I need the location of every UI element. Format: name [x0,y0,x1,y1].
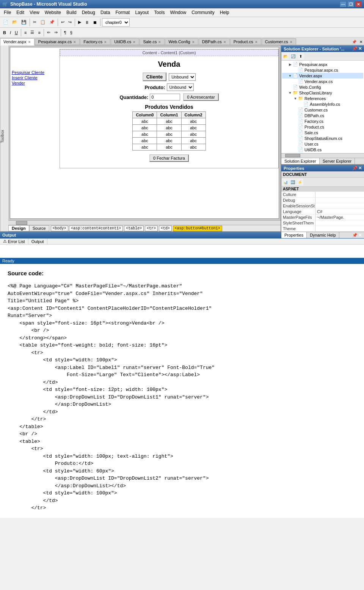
close-button[interactable]: ✕ [355,1,362,7]
tab-product[interactable]: Product.cs✕ [230,38,261,45]
fechar-btn[interactable]: 0 Fechar Factura [149,154,189,162]
align-center-btn[interactable]: ☰ [29,29,36,36]
new-btn[interactable]: 📄 [2,19,10,25]
link-inserir[interactable]: Inserir Cliente [12,75,44,80]
prop-events[interactable]: ⚡ [297,179,303,185]
tree-item[interactable]: 📄 Web.Config [282,84,363,90]
align-left-btn[interactable]: ≡ [23,30,28,36]
solution-tab[interactable]: Solution Explorer [281,158,320,164]
indent-btn[interactable]: ⇒ [53,29,59,36]
quantidade-input[interactable] [150,94,180,100]
se-scrollthumb[interactable] [285,154,300,157]
toolbox-panel[interactable]: Toolbox [0,46,8,231]
bold-btn[interactable]: B [2,30,8,36]
minimize-button[interactable]: — [340,1,347,7]
stop-btn[interactable]: ⏹ [91,19,99,25]
tab-webconfig[interactable]: Web.Config✕ [165,38,198,45]
tree-item[interactable]: 📄 AssemblyInfo.cs [282,101,363,107]
menu-help[interactable]: Help [218,9,232,16]
menu-format[interactable]: Format [113,9,132,16]
tab-pesquisar[interactable]: Pesquisar.aspx.cs✕ [35,38,80,45]
menu-debug[interactable]: Debug [80,9,97,16]
pause-btn[interactable]: ⏸ [83,19,91,25]
output-close-icon[interactable]: ✕ [358,233,362,238]
prop-sort-az[interactable]: 🔤 [289,179,296,185]
tree-item[interactable]: 📄 User.cs [282,141,363,147]
tree-item[interactable]: 📄 Customer.cs [282,107,363,113]
open-btn[interactable]: 📂 [11,19,19,25]
tab-vender[interactable]: Vender.aspx✕ [0,38,35,46]
menu-window[interactable]: Window [168,9,188,16]
menu-community[interactable]: Community [189,9,217,16]
se-btn1[interactable]: 📂 [282,53,289,60]
menu-layout[interactable]: Layout [133,9,151,16]
tree-item[interactable]: ▼ 📁 References [282,96,363,101]
tree-item[interactable]: ▶ 📄 Pesquisar.aspx [282,61,363,67]
restore-button[interactable]: ❐ [347,1,354,7]
tag-button[interactable]: <asp:button#button1> [173,226,222,231]
redo-btn[interactable]: ↪ [67,19,73,25]
tab-dbpath[interactable]: DBPath.cs✕ [199,38,230,45]
server-tab[interactable]: Server Explorer [320,158,355,164]
cut-btn[interactable]: ✂ [31,19,38,25]
tab-close-all[interactable]: ✕ [358,39,364,45]
error-list-tab[interactable]: ⚠ Error List [0,239,28,244]
menu-data[interactable]: Data [98,9,112,16]
se-btn3[interactable]: ⬆ [297,53,304,60]
tag-content[interactable]: <asp:content#content1> [69,226,123,231]
prop-sort-cat[interactable]: 📊 [282,179,289,185]
tab-utildb[interactable]: UtilDB.cs✕ [111,38,139,45]
align-right-btn[interactable]: ≡ [36,30,42,36]
properties-tab[interactable]: Properties [281,232,307,238]
outdent-btn[interactable]: ⇐ [46,29,52,36]
tree-item[interactable]: 📄 Sale.cs [282,130,363,135]
tree-item[interactable]: 📄 ShopStatusEnum.cs [282,135,363,141]
se-close-icon[interactable]: ✕ [358,46,362,51]
tab-factory[interactable]: Factory.cs✕ [80,38,110,45]
prop-close-icon[interactable]: ✕ [358,166,362,171]
underline-btn[interactable]: U [13,30,19,36]
tree-item[interactable]: 📄 DBPath.cs [282,113,363,118]
menu-tools[interactable]: Tools [152,9,167,16]
link-vender[interactable]: Vender [12,81,44,85]
se-pin-icon[interactable]: 📌 [352,46,358,51]
produto-dropdown[interactable]: Unbound [167,83,194,91]
tree-item[interactable]: 📄 Pesquisar.aspx.cs [282,67,363,73]
tab-pin[interactable]: 📌 [350,39,358,45]
se-btn2[interactable]: 🔄 [290,53,297,60]
chapter-dropdown[interactable]: chapter0 [102,18,130,27]
cliente-btn[interactable]: Cliente [143,72,166,81]
link-pesquisar[interactable]: Pesquisar Cliente [12,70,44,75]
tree-item[interactable]: ▼ 📄 Vender.aspx [282,73,363,78]
menu-website[interactable]: Website [42,9,63,16]
run-btn[interactable]: ▶ [77,19,83,25]
tag-td[interactable]: <td> [159,226,172,231]
menu-edit[interactable]: Edit [14,9,27,16]
tree-item[interactable]: 📄 Product.cs [282,124,363,130]
tree-item[interactable]: 📄 Vender.aspx.cs [282,78,363,84]
dynamic-help-tab[interactable]: Dynamic Help [307,232,339,238]
acresecantar-btn[interactable]: 0 Acresecantar [183,93,218,101]
tag-body[interactable]: <body> [51,226,68,231]
menu-view[interactable]: View [27,9,42,16]
prop-pin-icon[interactable]: 📌 [352,166,358,171]
misc-btn2[interactable]: § [69,30,74,36]
paste-btn[interactable]: 📌 [48,19,56,25]
copy-btn[interactable]: 📋 [39,19,47,25]
se-hscroll[interactable] [281,153,364,158]
tree-item[interactable]: 📄 Factory.cs [282,118,363,124]
tab-sale[interactable]: Sale.cs✕ [140,38,165,45]
menu-file[interactable]: File [2,9,13,16]
save-btn[interactable]: 💾 [20,19,28,25]
menu-build[interactable]: Build [64,9,79,16]
tag-tr[interactable]: <tr> [145,226,158,231]
tree-item[interactable]: 📄 UtilDB.cs [282,147,363,152]
cliente-dropdown[interactable]: Unbound [169,73,196,81]
tab-customer[interactable]: Customer.cs✕ [262,38,296,45]
misc-btn1[interactable]: ¶ [63,30,68,36]
source-btn[interactable]: Source [29,225,49,231]
h-scrollbar[interactable] [8,220,281,225]
output-pin-icon[interactable]: 📌 [352,233,358,238]
undo-btn[interactable]: ↩ [60,19,66,25]
design-btn[interactable]: Design [8,225,29,231]
